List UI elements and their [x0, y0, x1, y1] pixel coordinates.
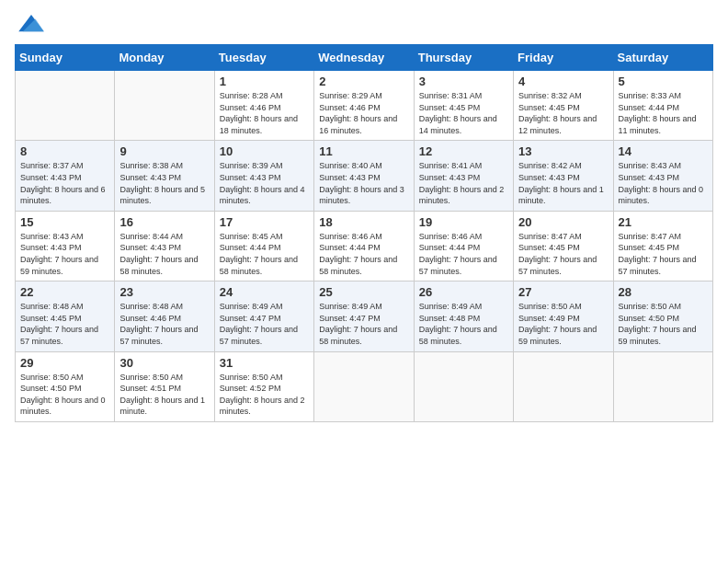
day-info: Sunrise: 8:47 AM Sunset: 4:45 PM Dayligh… [518, 231, 608, 277]
day-info: Sunrise: 8:41 AM Sunset: 4:43 PM Dayligh… [419, 160, 508, 206]
calendar-cell: 22 Sunrise: 8:48 AM Sunset: 4:45 PM Dayl… [16, 282, 115, 351]
sunrise-label: Sunrise: 8:32 AM [518, 91, 582, 100]
day-info: Sunrise: 8:46 AM Sunset: 4:44 PM Dayligh… [419, 231, 508, 277]
calendar-cell [414, 351, 513, 421]
calendar-cell: 24 Sunrise: 8:49 AM Sunset: 4:47 PM Dayl… [214, 282, 313, 351]
daylight-label: Daylight: 8 hours and 0 minutes. [619, 185, 704, 206]
sunset-label: Sunset: 4:47 PM [319, 314, 381, 323]
calendar-day-header: Saturday [613, 45, 712, 71]
sunrise-label: Sunrise: 8:31 AM [419, 91, 483, 100]
calendar-week-row: 29 Sunrise: 8:50 AM Sunset: 4:50 PM Dayl… [16, 351, 713, 421]
calendar-cell: 8 Sunrise: 8:37 AM Sunset: 4:43 PM Dayli… [16, 141, 115, 211]
day-info: Sunrise: 8:40 AM Sunset: 4:43 PM Dayligh… [319, 160, 408, 206]
calendar-cell: 31 Sunrise: 8:50 AM Sunset: 4:52 PM Dayl… [214, 351, 313, 421]
day-number: 28 [619, 285, 708, 299]
calendar-week-row: 15 Sunrise: 8:43 AM Sunset: 4:43 PM Dayl… [16, 211, 713, 281]
calendar-cell: 19 Sunrise: 8:46 AM Sunset: 4:44 PM Dayl… [414, 211, 513, 281]
sunset-label: Sunset: 4:47 PM [220, 314, 281, 323]
daylight-label: Daylight: 7 hours and 59 minutes. [619, 325, 697, 346]
daylight-label: Daylight: 8 hours and 11 minutes. [619, 114, 697, 135]
daylight-label: Daylight: 8 hours and 16 minutes. [319, 114, 397, 135]
sunrise-label: Sunrise: 8:50 AM [220, 373, 283, 382]
sunset-label: Sunset: 4:44 PM [319, 243, 381, 252]
day-info: Sunrise: 8:43 AM Sunset: 4:43 PM Dayligh… [20, 231, 109, 277]
sunrise-label: Sunrise: 8:49 AM [319, 302, 382, 311]
calendar-week-row: 22 Sunrise: 8:48 AM Sunset: 4:45 PM Dayl… [16, 282, 713, 351]
sunset-label: Sunset: 4:44 PM [619, 103, 680, 112]
sunset-label: Sunset: 4:44 PM [419, 243, 481, 252]
day-info: Sunrise: 8:28 AM Sunset: 4:46 PM Dayligh… [220, 90, 309, 136]
daylight-label: Daylight: 7 hours and 57 minutes. [419, 255, 497, 276]
sunset-label: Sunset: 4:43 PM [518, 173, 580, 182]
daylight-label: Daylight: 7 hours and 58 minutes. [220, 255, 298, 276]
calendar-cell: 21 Sunrise: 8:47 AM Sunset: 4:45 PM Dayl… [613, 211, 712, 281]
day-info: Sunrise: 8:39 AM Sunset: 4:43 PM Dayligh… [220, 160, 309, 206]
day-number: 24 [220, 285, 309, 299]
sunset-label: Sunset: 4:43 PM [119, 173, 181, 182]
daylight-label: Daylight: 8 hours and 12 minutes. [518, 114, 597, 135]
daylight-label: Daylight: 8 hours and 2 minutes. [220, 396, 305, 417]
daylight-label: Daylight: 8 hours and 2 minutes. [419, 185, 505, 206]
calendar-cell: 30 Sunrise: 8:50 AM Sunset: 4:51 PM Dayl… [115, 351, 214, 421]
sunrise-label: Sunrise: 8:37 AM [20, 161, 84, 170]
sunrise-label: Sunrise: 8:46 AM [419, 232, 483, 241]
day-number: 10 [220, 144, 309, 158]
daylight-label: Daylight: 8 hours and 14 minutes. [419, 114, 497, 135]
day-number: 17 [220, 215, 309, 229]
daylight-label: Daylight: 7 hours and 57 minutes. [220, 325, 298, 346]
sunset-label: Sunset: 4:49 PM [518, 314, 580, 323]
day-number: 23 [119, 285, 209, 299]
day-number: 1 [220, 75, 309, 88]
daylight-label: Daylight: 8 hours and 18 minutes. [220, 114, 298, 135]
sunset-label: Sunset: 4:43 PM [220, 173, 281, 182]
day-number: 18 [319, 215, 408, 229]
calendar-cell: 12 Sunrise: 8:41 AM Sunset: 4:43 PM Dayl… [414, 141, 513, 211]
calendar-cell: 18 Sunrise: 8:46 AM Sunset: 4:44 PM Dayl… [314, 211, 414, 281]
day-number: 4 [518, 75, 608, 88]
sunrise-label: Sunrise: 8:47 AM [619, 232, 682, 241]
day-info: Sunrise: 8:42 AM Sunset: 4:43 PM Dayligh… [518, 160, 608, 206]
daylight-label: Daylight: 7 hours and 57 minutes. [20, 325, 98, 346]
calendar-day-header: Tuesday [214, 45, 313, 71]
sunset-label: Sunset: 4:46 PM [319, 103, 381, 112]
sunrise-label: Sunrise: 8:49 AM [220, 302, 283, 311]
sunset-label: Sunset: 4:46 PM [119, 314, 181, 323]
sunrise-label: Sunrise: 8:38 AM [119, 161, 183, 170]
calendar-cell [613, 351, 712, 421]
daylight-label: Daylight: 7 hours and 58 minutes. [119, 255, 198, 276]
daylight-label: Daylight: 8 hours and 1 minute. [518, 185, 604, 206]
day-number: 13 [518, 144, 608, 158]
calendar-cell [314, 351, 414, 421]
calendar-day-header: Friday [514, 45, 613, 71]
calendar-week-row: 1 Sunrise: 8:28 AM Sunset: 4:46 PM Dayli… [16, 71, 713, 141]
sunrise-label: Sunrise: 8:46 AM [319, 232, 382, 241]
calendar-table: SundayMondayTuesdayWednesdayThursdayFrid… [15, 44, 713, 422]
calendar-cell: 20 Sunrise: 8:47 AM Sunset: 4:45 PM Dayl… [514, 211, 613, 281]
calendar-cell: 13 Sunrise: 8:42 AM Sunset: 4:43 PM Dayl… [514, 141, 613, 211]
day-number: 9 [119, 144, 209, 158]
day-number: 29 [20, 356, 109, 370]
day-number: 25 [319, 285, 408, 299]
calendar-day-header: Sunday [16, 45, 115, 71]
sunrise-label: Sunrise: 8:47 AM [518, 232, 582, 241]
sunrise-label: Sunrise: 8:50 AM [119, 373, 183, 382]
sunrise-label: Sunrise: 8:28 AM [220, 91, 283, 100]
sunrise-label: Sunrise: 8:39 AM [220, 161, 283, 170]
calendar-cell [115, 71, 214, 141]
sunrise-label: Sunrise: 8:43 AM [20, 232, 84, 241]
daylight-label: Daylight: 7 hours and 58 minutes. [319, 255, 397, 276]
sunset-label: Sunset: 4:50 PM [20, 384, 82, 393]
sunset-label: Sunset: 4:48 PM [419, 314, 481, 323]
calendar-cell: 28 Sunrise: 8:50 AM Sunset: 4:50 PM Dayl… [613, 282, 712, 351]
calendar-cell: 16 Sunrise: 8:44 AM Sunset: 4:43 PM Dayl… [115, 211, 214, 281]
day-info: Sunrise: 8:49 AM Sunset: 4:47 PM Dayligh… [220, 301, 309, 347]
calendar-cell: 10 Sunrise: 8:39 AM Sunset: 4:43 PM Dayl… [214, 141, 313, 211]
daylight-label: Daylight: 8 hours and 5 minutes. [119, 185, 205, 206]
day-number: 8 [20, 144, 109, 158]
daylight-label: Daylight: 7 hours and 59 minutes. [20, 255, 98, 276]
sunrise-label: Sunrise: 8:50 AM [518, 302, 582, 311]
day-number: 30 [119, 356, 209, 370]
day-number: 12 [419, 144, 508, 158]
day-info: Sunrise: 8:48 AM Sunset: 4:46 PM Dayligh… [119, 301, 209, 347]
calendar-cell: 4 Sunrise: 8:32 AM Sunset: 4:45 PM Dayli… [514, 71, 613, 141]
